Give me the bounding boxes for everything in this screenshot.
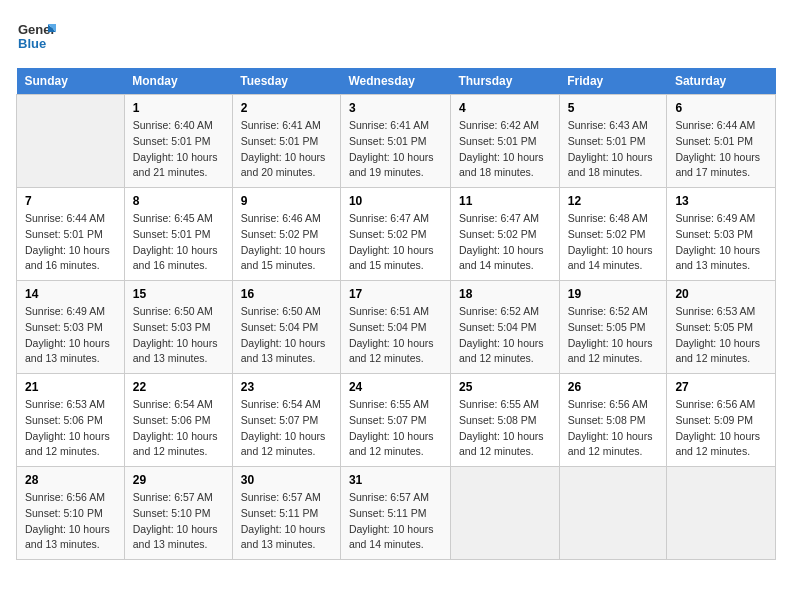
- day-info: Sunrise: 6:45 AMSunset: 5:01 PMDaylight:…: [133, 211, 224, 274]
- calendar-cell: 21Sunrise: 6:53 AMSunset: 5:06 PMDayligh…: [17, 374, 125, 467]
- day-info: Sunrise: 6:56 AMSunset: 5:09 PMDaylight:…: [675, 397, 767, 460]
- day-info: Sunrise: 6:54 AMSunset: 5:06 PMDaylight:…: [133, 397, 224, 460]
- day-number: 11: [459, 194, 551, 208]
- calendar-cell: 27Sunrise: 6:56 AMSunset: 5:09 PMDayligh…: [667, 374, 776, 467]
- day-number: 14: [25, 287, 116, 301]
- calendar-cell: 10Sunrise: 6:47 AMSunset: 5:02 PMDayligh…: [340, 188, 450, 281]
- calendar-cell: 23Sunrise: 6:54 AMSunset: 5:07 PMDayligh…: [232, 374, 340, 467]
- week-row-1: 1Sunrise: 6:40 AMSunset: 5:01 PMDaylight…: [17, 95, 776, 188]
- calendar-table: SundayMondayTuesdayWednesdayThursdayFrid…: [16, 68, 776, 560]
- calendar-cell: 14Sunrise: 6:49 AMSunset: 5:03 PMDayligh…: [17, 281, 125, 374]
- logo: General Blue: [16, 16, 56, 60]
- day-info: Sunrise: 6:50 AMSunset: 5:04 PMDaylight:…: [241, 304, 332, 367]
- day-info: Sunrise: 6:44 AMSunset: 5:01 PMDaylight:…: [25, 211, 116, 274]
- day-number: 26: [568, 380, 659, 394]
- calendar-cell: 22Sunrise: 6:54 AMSunset: 5:06 PMDayligh…: [124, 374, 232, 467]
- day-number: 30: [241, 473, 332, 487]
- week-row-5: 28Sunrise: 6:56 AMSunset: 5:10 PMDayligh…: [17, 467, 776, 560]
- calendar-cell: 19Sunrise: 6:52 AMSunset: 5:05 PMDayligh…: [559, 281, 667, 374]
- day-number: 3: [349, 101, 442, 115]
- day-number: 12: [568, 194, 659, 208]
- day-info: Sunrise: 6:55 AMSunset: 5:07 PMDaylight:…: [349, 397, 442, 460]
- week-row-2: 7Sunrise: 6:44 AMSunset: 5:01 PMDaylight…: [17, 188, 776, 281]
- day-info: Sunrise: 6:40 AMSunset: 5:01 PMDaylight:…: [133, 118, 224, 181]
- day-number: 7: [25, 194, 116, 208]
- day-info: Sunrise: 6:48 AMSunset: 5:02 PMDaylight:…: [568, 211, 659, 274]
- day-header-saturday: Saturday: [667, 68, 776, 95]
- day-number: 27: [675, 380, 767, 394]
- calendar-cell: 3Sunrise: 6:41 AMSunset: 5:01 PMDaylight…: [340, 95, 450, 188]
- day-number: 15: [133, 287, 224, 301]
- calendar-cell: 5Sunrise: 6:43 AMSunset: 5:01 PMDaylight…: [559, 95, 667, 188]
- svg-text:Blue: Blue: [18, 36, 46, 51]
- calendar-cell: [559, 467, 667, 560]
- calendar-cell: 6Sunrise: 6:44 AMSunset: 5:01 PMDaylight…: [667, 95, 776, 188]
- day-header-tuesday: Tuesday: [232, 68, 340, 95]
- week-row-3: 14Sunrise: 6:49 AMSunset: 5:03 PMDayligh…: [17, 281, 776, 374]
- day-number: 19: [568, 287, 659, 301]
- calendar-cell: 12Sunrise: 6:48 AMSunset: 5:02 PMDayligh…: [559, 188, 667, 281]
- day-info: Sunrise: 6:51 AMSunset: 5:04 PMDaylight:…: [349, 304, 442, 367]
- day-number: 22: [133, 380, 224, 394]
- day-number: 2: [241, 101, 332, 115]
- calendar-cell: 4Sunrise: 6:42 AMSunset: 5:01 PMDaylight…: [450, 95, 559, 188]
- calendar-cell: 11Sunrise: 6:47 AMSunset: 5:02 PMDayligh…: [450, 188, 559, 281]
- calendar-cell: [667, 467, 776, 560]
- day-header-wednesday: Wednesday: [340, 68, 450, 95]
- day-number: 10: [349, 194, 442, 208]
- day-info: Sunrise: 6:47 AMSunset: 5:02 PMDaylight:…: [459, 211, 551, 274]
- day-header-monday: Monday: [124, 68, 232, 95]
- day-number: 18: [459, 287, 551, 301]
- calendar-cell: 15Sunrise: 6:50 AMSunset: 5:03 PMDayligh…: [124, 281, 232, 374]
- calendar-cell: [450, 467, 559, 560]
- day-number: 31: [349, 473, 442, 487]
- days-header-row: SundayMondayTuesdayWednesdayThursdayFrid…: [17, 68, 776, 95]
- day-info: Sunrise: 6:53 AMSunset: 5:06 PMDaylight:…: [25, 397, 116, 460]
- day-number: 21: [25, 380, 116, 394]
- day-number: 25: [459, 380, 551, 394]
- day-info: Sunrise: 6:52 AMSunset: 5:04 PMDaylight:…: [459, 304, 551, 367]
- calendar-cell: 20Sunrise: 6:53 AMSunset: 5:05 PMDayligh…: [667, 281, 776, 374]
- calendar-cell: [17, 95, 125, 188]
- calendar-cell: 30Sunrise: 6:57 AMSunset: 5:11 PMDayligh…: [232, 467, 340, 560]
- day-info: Sunrise: 6:43 AMSunset: 5:01 PMDaylight:…: [568, 118, 659, 181]
- day-number: 29: [133, 473, 224, 487]
- day-info: Sunrise: 6:56 AMSunset: 5:10 PMDaylight:…: [25, 490, 116, 553]
- day-info: Sunrise: 6:41 AMSunset: 5:01 PMDaylight:…: [349, 118, 442, 181]
- calendar-cell: 26Sunrise: 6:56 AMSunset: 5:08 PMDayligh…: [559, 374, 667, 467]
- week-row-4: 21Sunrise: 6:53 AMSunset: 5:06 PMDayligh…: [17, 374, 776, 467]
- day-info: Sunrise: 6:44 AMSunset: 5:01 PMDaylight:…: [675, 118, 767, 181]
- day-info: Sunrise: 6:42 AMSunset: 5:01 PMDaylight:…: [459, 118, 551, 181]
- day-header-thursday: Thursday: [450, 68, 559, 95]
- day-info: Sunrise: 6:52 AMSunset: 5:05 PMDaylight:…: [568, 304, 659, 367]
- day-number: 4: [459, 101, 551, 115]
- day-info: Sunrise: 6:41 AMSunset: 5:01 PMDaylight:…: [241, 118, 332, 181]
- day-number: 6: [675, 101, 767, 115]
- day-number: 23: [241, 380, 332, 394]
- day-number: 1: [133, 101, 224, 115]
- day-info: Sunrise: 6:57 AMSunset: 5:10 PMDaylight:…: [133, 490, 224, 553]
- calendar-cell: 17Sunrise: 6:51 AMSunset: 5:04 PMDayligh…: [340, 281, 450, 374]
- calendar-cell: 31Sunrise: 6:57 AMSunset: 5:11 PMDayligh…: [340, 467, 450, 560]
- day-info: Sunrise: 6:56 AMSunset: 5:08 PMDaylight:…: [568, 397, 659, 460]
- calendar-cell: 28Sunrise: 6:56 AMSunset: 5:10 PMDayligh…: [17, 467, 125, 560]
- day-header-friday: Friday: [559, 68, 667, 95]
- day-number: 9: [241, 194, 332, 208]
- day-number: 5: [568, 101, 659, 115]
- day-number: 24: [349, 380, 442, 394]
- calendar-cell: 18Sunrise: 6:52 AMSunset: 5:04 PMDayligh…: [450, 281, 559, 374]
- day-number: 8: [133, 194, 224, 208]
- day-header-sunday: Sunday: [17, 68, 125, 95]
- calendar-cell: 24Sunrise: 6:55 AMSunset: 5:07 PMDayligh…: [340, 374, 450, 467]
- day-number: 13: [675, 194, 767, 208]
- calendar-cell: 2Sunrise: 6:41 AMSunset: 5:01 PMDaylight…: [232, 95, 340, 188]
- day-info: Sunrise: 6:57 AMSunset: 5:11 PMDaylight:…: [241, 490, 332, 553]
- day-info: Sunrise: 6:49 AMSunset: 5:03 PMDaylight:…: [25, 304, 116, 367]
- day-info: Sunrise: 6:57 AMSunset: 5:11 PMDaylight:…: [349, 490, 442, 553]
- day-number: 28: [25, 473, 116, 487]
- day-number: 20: [675, 287, 767, 301]
- day-info: Sunrise: 6:46 AMSunset: 5:02 PMDaylight:…: [241, 211, 332, 274]
- calendar-cell: 7Sunrise: 6:44 AMSunset: 5:01 PMDaylight…: [17, 188, 125, 281]
- calendar-cell: 29Sunrise: 6:57 AMSunset: 5:10 PMDayligh…: [124, 467, 232, 560]
- page-header: General Blue: [16, 16, 776, 60]
